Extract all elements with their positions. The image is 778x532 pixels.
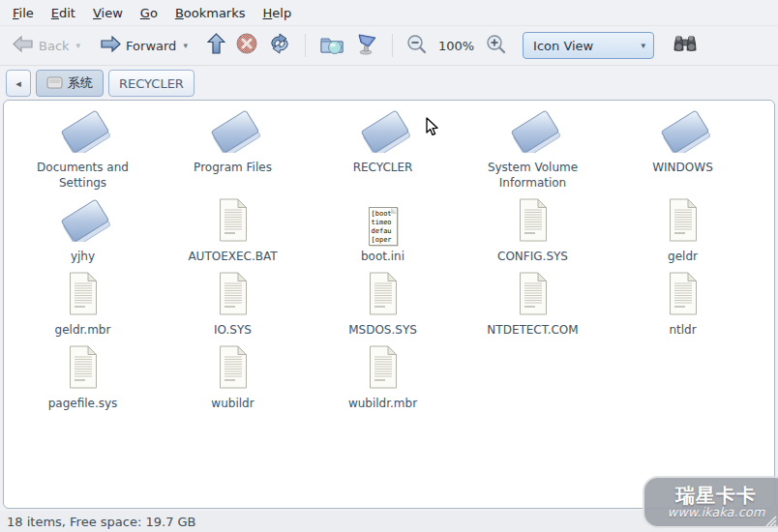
path-tab-recycler[interactable]: RECYCLER	[108, 70, 194, 97]
document-icon	[666, 272, 701, 319]
file-item[interactable]: pagefile.sys	[8, 346, 158, 411]
desktop-button[interactable]	[350, 28, 383, 63]
forward-dropdown-icon[interactable]: ▾	[183, 41, 188, 50]
file-item[interactable]: wubildr.mbr	[308, 346, 458, 411]
file-item[interactable]: IO.SYS	[158, 273, 308, 338]
zoom-level: 100%	[438, 39, 474, 53]
file-item[interactable]: [boot timeo defau [oper boot.ini	[308, 199, 458, 264]
menu-bar: File Edit View Go Bookmarks Help	[0, 0, 778, 26]
file-item[interactable]: NTDETECT.COM	[458, 273, 608, 338]
document-icon	[66, 345, 101, 393]
path-tab-system[interactable]: 系统	[36, 70, 104, 97]
menu-view[interactable]: View	[84, 3, 132, 23]
file-item[interactable]: wubildr	[158, 346, 308, 411]
watermark-brand: 瑞星卡卡	[675, 485, 757, 506]
menu-edit[interactable]: Edit	[43, 3, 84, 23]
home-button[interactable]	[314, 29, 350, 63]
forward-arrow-icon	[100, 36, 121, 56]
file-item-label: yjhy	[71, 249, 95, 264]
folder-icon	[505, 108, 561, 157]
file-item-label: System Volume Information	[479, 160, 587, 191]
file-item[interactable]: Documents and Settings	[8, 110, 158, 191]
menu-go[interactable]: Go	[132, 3, 166, 23]
document-icon	[216, 272, 251, 319]
zoom-in-button[interactable]	[481, 30, 511, 62]
drive-icon	[46, 75, 63, 92]
zoom-out-button[interactable]	[402, 30, 432, 62]
find-button[interactable]	[668, 30, 703, 61]
file-item-label: WINDOWS	[652, 160, 713, 175]
file-item-label: MSDOS.SYS	[348, 322, 417, 338]
file-item[interactable]: geldr.mbr	[8, 273, 158, 338]
zoom-out-icon	[406, 34, 427, 58]
file-item-label: Documents and Settings	[29, 160, 137, 191]
file-grid: Documents and Settings	[4, 101, 774, 411]
file-item[interactable]: MSDOS.SYS	[308, 273, 458, 338]
file-item-label: NTDETECT.COM	[487, 322, 578, 338]
file-item[interactable]: geldr	[608, 199, 758, 264]
menu-help[interactable]: Help	[254, 3, 301, 23]
file-item-label: pagefile.sys	[48, 396, 118, 411]
desktop-icon	[355, 32, 378, 59]
stop-button	[230, 28, 263, 63]
back-arrow-icon	[13, 36, 34, 56]
file-item-label: boot.ini	[361, 249, 404, 264]
file-item-label: CONFIG.SYS	[497, 249, 568, 264]
ikaka-watermark: 瑞星卡卡 www.ikaka.com	[643, 476, 778, 528]
file-item[interactable]: yjhy	[8, 199, 158, 264]
file-item[interactable]: System Volume Information	[458, 110, 608, 191]
file-item-label: geldr.mbr	[55, 322, 111, 338]
file-item-label: wubildr.mbr	[348, 396, 417, 411]
text-preview-icon: [boot timeo defau [oper	[369, 207, 398, 246]
up-button[interactable]	[202, 29, 230, 62]
file-item-label: Program Files	[194, 160, 272, 175]
path-bar: ◂ 系统 RECYCLER	[0, 66, 778, 101]
watermark-url: www.ikaka.com	[668, 506, 765, 519]
document-icon	[666, 198, 701, 246]
toolbar-separator	[305, 34, 306, 57]
folder-icon	[655, 108, 711, 157]
mouse-cursor	[426, 117, 439, 140]
document-icon	[516, 198, 551, 246]
path-scroll-left-button[interactable]: ◂	[6, 70, 31, 97]
left-triangle-icon: ◂	[15, 77, 21, 90]
file-item-label: RECYCLER	[353, 160, 413, 175]
file-item-label: IO.SYS	[214, 322, 252, 338]
view-mode-select[interactable]: Icon View ▾	[523, 32, 654, 59]
refresh-icon	[268, 33, 291, 58]
toolbar-separator-2	[392, 34, 393, 57]
resize-grip[interactable]	[763, 513, 777, 531]
file-item[interactable]: WINDOWS	[608, 110, 758, 191]
zoom-in-icon	[486, 34, 506, 58]
file-item-label: geldr	[668, 249, 698, 264]
file-item-label: AUTOEXEC.BAT	[188, 249, 277, 264]
forward-button[interactable]: Forward ▾	[95, 32, 193, 60]
document-icon	[66, 272, 101, 319]
file-item[interactable]: Program Files	[158, 110, 308, 191]
file-item[interactable]: CONFIG.SYS	[458, 199, 608, 264]
combo-arrow-icon: ▾	[642, 41, 646, 50]
menu-bookmarks[interactable]: Bookmarks	[166, 3, 254, 23]
menu-file[interactable]: File	[4, 3, 43, 23]
folder-icon	[355, 108, 411, 157]
document-icon	[516, 272, 551, 319]
file-item-label: ntldr	[669, 322, 696, 338]
up-arrow-icon	[207, 33, 225, 58]
reload-button[interactable]	[263, 29, 296, 62]
file-item[interactable]: AUTOEXEC.BAT	[158, 199, 308, 264]
back-dropdown-icon[interactable]: ▾	[76, 41, 81, 50]
document-icon	[216, 198, 251, 246]
file-item-label: wubildr	[211, 396, 254, 411]
file-view-panel[interactable]: Documents and Settings	[3, 100, 775, 509]
document-icon	[216, 345, 251, 393]
folder-icon	[205, 108, 261, 157]
toolbar: Back ▾ Forward ▾	[0, 26, 778, 66]
folder-icon	[55, 108, 111, 157]
file-item[interactable]: ntldr	[608, 273, 758, 338]
document-icon	[366, 345, 401, 393]
back-button[interactable]: Back ▾	[8, 32, 85, 60]
status-text: 18 items, Free space: 19.7 GB	[7, 515, 196, 529]
home-icon	[319, 33, 345, 59]
file-manager-window: { "menu_bar": { "items": [ {"key": "F", …	[0, 0, 778, 532]
stop-icon	[235, 32, 258, 59]
